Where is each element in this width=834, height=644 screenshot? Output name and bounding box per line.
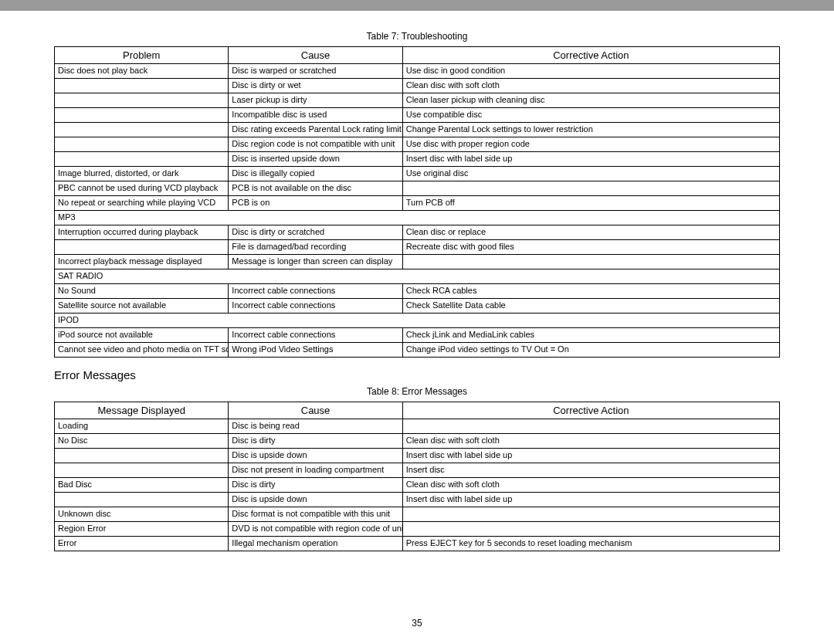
cell: PBC cannot be used during VCD playback: [55, 181, 229, 196]
cell: [402, 419, 779, 434]
cell: Illegal mechanism operation: [229, 537, 402, 551]
error-messages-heading: Error Messages: [54, 368, 780, 381]
cell: Disc does not play back: [55, 64, 229, 79]
cell: Use disc with proper region code: [402, 137, 779, 152]
cell: [55, 79, 229, 93]
cell: [55, 152, 229, 167]
cell: Use disc in good condition: [402, 64, 779, 79]
cell: Turn PCB off: [402, 196, 779, 211]
table-header-row: Problem Cause Corrective Action: [55, 47, 780, 64]
cell: Bad Disc: [55, 478, 229, 493]
table-row: Disc is upside downInsert disc with labe…: [55, 449, 780, 463]
table-row: No repeat or searching while playing VCD…: [55, 196, 780, 211]
table-row: Disc not present in loading compartmentI…: [55, 463, 780, 478]
cell: SAT RADIO: [55, 269, 780, 284]
cell: Disc not present in loading compartment: [229, 463, 402, 478]
cell: [55, 240, 229, 255]
cell: Press EJECT key for 5 seconds to reset l…: [402, 537, 779, 551]
cell: [55, 449, 229, 463]
cell: Check Satellite Data cable: [402, 299, 779, 314]
troubleshooting-table: Problem Cause Corrective Action Disc doe…: [54, 46, 780, 358]
cell: Region Error: [55, 522, 229, 537]
col-cause: Cause: [229, 47, 402, 64]
col-message: Message Displayed: [55, 402, 229, 419]
table-row: Region ErrorDVD is not compatible with r…: [55, 522, 780, 537]
cell: [55, 137, 229, 152]
cell: [402, 181, 779, 196]
cell: [55, 463, 229, 478]
table-header-row: Message Displayed Cause Corrective Actio…: [55, 402, 780, 419]
cell: [55, 123, 229, 137]
cell: Use compatible disc: [402, 108, 779, 123]
cell: Insert disc with label side up: [402, 152, 779, 167]
cell: Disc is being read: [229, 419, 402, 434]
cell: Disc is dirty: [229, 478, 402, 493]
cell: Disc region code is not compatible with …: [229, 137, 402, 152]
table-row: LoadingDisc is being read: [55, 419, 780, 434]
cell: [55, 493, 229, 507]
table-row: ErrorIllegal mechanism operationPress EJ…: [55, 537, 780, 551]
cell: Clean disc or replace: [402, 225, 779, 240]
cell: Insert disc: [402, 463, 779, 478]
cell: No Disc: [55, 434, 229, 449]
table-row: Cannot see video and photo media on TFT …: [55, 343, 780, 358]
cell: Clean disc with soft cloth: [402, 478, 779, 493]
cell: Use original disc: [402, 167, 779, 181]
table-row: Incompatible disc is usedUse compatible …: [55, 108, 780, 123]
cell: Disc is upside down: [229, 449, 402, 463]
cell: Interruption occurred during playback: [55, 225, 229, 240]
col-action: Corrective Action: [402, 47, 779, 64]
cell: Insert disc with label side up: [402, 449, 779, 463]
table-row: Interruption occurred during playbackDis…: [55, 225, 780, 240]
cell: Clean disc with soft cloth: [402, 79, 779, 93]
cell: Incorrect playback message displayed: [55, 255, 229, 269]
table-row: Disc is inserted upside downInsert disc …: [55, 152, 780, 167]
cell: File is damaged/bad recording: [229, 240, 402, 255]
cell: iPod source not available: [55, 328, 229, 343]
cell: PCB is on: [229, 196, 402, 211]
cell: Laser pickup is dirty: [229, 93, 402, 108]
cell: Disc is warped or scratched: [229, 64, 402, 79]
table-8-title: Table 8: Error Messages: [54, 386, 780, 397]
cell: Insert disc with label side up: [402, 493, 779, 507]
cell: Recreate disc with good files: [402, 240, 779, 255]
cell: Change Parental Lock settings to lower r…: [402, 123, 779, 137]
table-row: No SoundIncorrect cable connectionsCheck…: [55, 284, 780, 299]
cell: No Sound: [55, 284, 229, 299]
table-row: Image blurred, distorted, or darkDisc is…: [55, 167, 780, 181]
table-row: MP3: [55, 211, 780, 225]
cell: Image blurred, distorted, or dark: [55, 167, 229, 181]
cell: Disc rating exceeds Parental Lock rating…: [229, 123, 402, 137]
cell: Disc is upside down: [229, 493, 402, 507]
cell: Check jLink and MediaLink cables: [402, 328, 779, 343]
cell: [402, 522, 779, 537]
cell: Disc format is not compatible with this …: [229, 507, 402, 522]
table-row: Disc is dirty or wetClean disc with soft…: [55, 79, 780, 93]
cell: Check RCA cables: [402, 284, 779, 299]
cell: Clean disc with soft cloth: [402, 434, 779, 449]
cell: Disc is dirty: [229, 434, 402, 449]
cell: Incorrect cable connections: [229, 299, 402, 314]
table-7-title: Table 7: Troubleshooting: [54, 31, 780, 42]
table-row: Disc does not play backDisc is warped or…: [55, 64, 780, 79]
col-problem: Problem: [55, 47, 229, 64]
cell: Disc is dirty or scratched: [229, 225, 402, 240]
col-cause: Cause: [229, 402, 402, 419]
table-row: Disc rating exceeds Parental Lock rating…: [55, 123, 780, 137]
cell: Cannot see video and photo media on TFT …: [55, 343, 229, 358]
table-row: iPod source not availableIncorrect cable…: [55, 328, 780, 343]
table-row: Unknown discDisc format is not compatibl…: [55, 507, 780, 522]
cell: IPOD: [55, 314, 780, 328]
cell: Change iPod video settings to TV Out = O…: [402, 343, 779, 358]
table-row: Disc region code is not compatible with …: [55, 137, 780, 152]
col-action: Corrective Action: [402, 402, 779, 419]
cell: DVD is not compatible with region code o…: [229, 522, 402, 537]
table-row: File is damaged/bad recordingRecreate di…: [55, 240, 780, 255]
cell: Disc is inserted upside down: [229, 152, 402, 167]
cell: Disc is illegally copied: [229, 167, 402, 181]
table-row: Bad DiscDisc is dirtyClean disc with sof…: [55, 478, 780, 493]
top-bar: [0, 0, 834, 11]
table-row: SAT RADIO: [55, 269, 780, 284]
cell: Wrong iPod Video Settings: [229, 343, 402, 358]
page-content: Table 7: Troubleshooting Problem Cause C…: [0, 11, 834, 551]
